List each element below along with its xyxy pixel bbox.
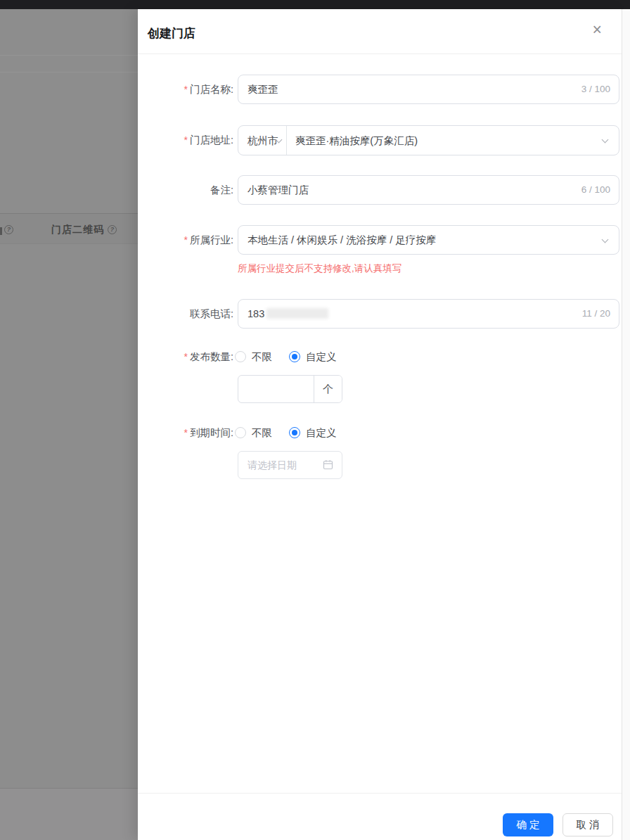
phone-row: 联系电话: 183 11 / 20 [138, 299, 622, 329]
store-address-select[interactable]: 杭州市 爽歪歪·精油按摩(万象汇店) [238, 125, 619, 155]
radio-label: 自定义 [306, 426, 337, 440]
industry-row: *所属行业: 本地生活 / 休闲娱乐 / 洗浴按摩 / 足疗按摩 所属行业提交后… [138, 225, 622, 274]
label-text: 到期时间: [190, 427, 233, 438]
remark-counter: 6 / 100 [581, 176, 610, 204]
industry-warning-text: 所属行业提交后不支持修改,请认真填写 [238, 262, 401, 275]
question-circle-icon: ? [4, 225, 13, 234]
expire-date-picker[interactable]: 请选择日期 [238, 451, 342, 479]
publish-count-input-row: 个 [138, 375, 622, 403]
redacted-phone-blur [266, 308, 328, 319]
city-select[interactable]: 杭州市 [238, 126, 286, 155]
label-text: 联系电话: [190, 308, 233, 319]
question-circle-icon: ? [108, 225, 117, 234]
required-mark: * [184, 234, 188, 246]
expire-date-input-row: 请选择日期 [138, 451, 622, 479]
calendar-icon [323, 459, 333, 473]
radio-icon [235, 427, 246, 438]
label-text: 备注: [210, 184, 233, 196]
confirm-button[interactable]: 确定 [503, 813, 553, 836]
publish-count-radio-group: 不限 自定义 [235, 349, 354, 364]
required-mark: * [184, 351, 188, 362]
industry-label: *所属行业: [138, 225, 233, 255]
radio-custom[interactable]: 自定义 [289, 350, 337, 364]
radio-unlimited[interactable]: 不限 [235, 350, 272, 364]
radio-unlimited[interactable]: 不限 [235, 426, 272, 440]
remark-label: 备注: [138, 175, 233, 205]
phone-input[interactable]: 183 11 / 20 [238, 299, 619, 329]
background-footer-band [0, 788, 138, 840]
store-name-counter: 3 / 100 [581, 75, 610, 103]
drawer-header: 创建门店 × [138, 9, 622, 54]
clipped-column-fragment [0, 227, 2, 235]
publish-count-input[interactable]: 个 [238, 375, 342, 403]
remark-input[interactable]: 小蔡管理门店 6 / 100 [238, 175, 619, 205]
store-address-label: *门店地址: [138, 125, 233, 155]
radio-icon [289, 351, 300, 362]
label-text: 门店名称: [190, 84, 233, 95]
industry-value: 本地生活 / 休闲娱乐 / 洗浴按摩 / 足疗按摩 [248, 226, 436, 254]
store-name-value: 爽歪歪 [248, 75, 278, 103]
store-name-row: *门店名称: 爽歪歪 3 / 100 [138, 75, 622, 104]
background-column-label: 门店二维码 [51, 224, 104, 236]
phone-label: 联系电话: [138, 299, 233, 329]
store-address-row: *门店地址: 杭州市 爽歪歪·精油按摩(万象汇店) [138, 125, 622, 155]
expire-time-label: *到期时间: [138, 425, 233, 440]
expire-time-row: *到期时间: 不限 自定义 [138, 425, 622, 440]
background-divider [0, 72, 138, 72]
help-mark: ? [110, 226, 115, 233]
drawer-title: 创建门店 [148, 25, 195, 42]
chevron-down-icon [602, 236, 609, 243]
background-table-header: ? 门店二维码 ? [0, 213, 138, 244]
city-value: 杭州市 [248, 126, 278, 155]
phone-counter: 11 / 20 [582, 300, 610, 328]
close-icon[interactable]: × [593, 22, 602, 38]
scrollbar[interactable] [622, 9, 630, 840]
date-placeholder: 请选择日期 [248, 452, 297, 478]
industry-select[interactable]: 本地生活 / 休闲娱乐 / 洗浴按摩 / 足疗按摩 [238, 225, 619, 255]
radio-label: 自定义 [306, 350, 337, 364]
create-store-drawer: 创建门店 × *门店名称: 爽歪歪 3 / 100 *门店地址: 杭州市 爽歪歪… [138, 9, 622, 840]
store-name-label: *门店名称: [138, 75, 233, 104]
chevron-down-icon [602, 136, 609, 144]
phone-visible-digits: 183 [248, 308, 264, 319]
radio-label: 不限 [252, 350, 272, 364]
dimmed-page-overlay: ? 门店二维码 ? [0, 9, 138, 840]
required-mark: * [184, 427, 188, 438]
publish-count-label: *发布数量: [138, 349, 233, 364]
required-mark: * [184, 84, 188, 95]
expire-time-radio-group: 不限 自定义 [235, 425, 354, 440]
publish-count-row: *发布数量: 不限 自定义 [138, 349, 622, 364]
radio-label: 不限 [252, 426, 272, 440]
help-mark: ? [7, 226, 11, 233]
unit-suffix: 个 [314, 376, 342, 402]
cancel-button[interactable]: 取消 [562, 813, 613, 836]
drawer-footer: 确定 取消 [138, 793, 622, 840]
phone-value: 183 [248, 300, 328, 328]
radio-icon [289, 427, 300, 438]
remark-row: 备注: 小蔡管理门店 6 / 100 [138, 175, 622, 205]
background-divider [0, 55, 138, 56]
browser-top-bar [0, 0, 630, 9]
required-mark: * [184, 134, 188, 146]
label-text: 所属行业: [190, 234, 233, 246]
store-name-input[interactable]: 爽歪歪 3 / 100 [238, 75, 619, 104]
radio-icon [235, 351, 246, 362]
remark-value: 小蔡管理门店 [248, 176, 309, 204]
radio-custom[interactable]: 自定义 [289, 426, 337, 440]
store-address-value: 爽歪歪·精油按摩(万象汇店) [295, 126, 418, 155]
segment-divider [286, 126, 287, 155]
screen: ? 门店二维码 ? 创建门店 × *门店名称: 爽歪歪 3 / 100 *门店地… [0, 0, 630, 840]
label-text: 发布数量: [190, 351, 233, 362]
label-text: 门店地址: [190, 134, 233, 146]
